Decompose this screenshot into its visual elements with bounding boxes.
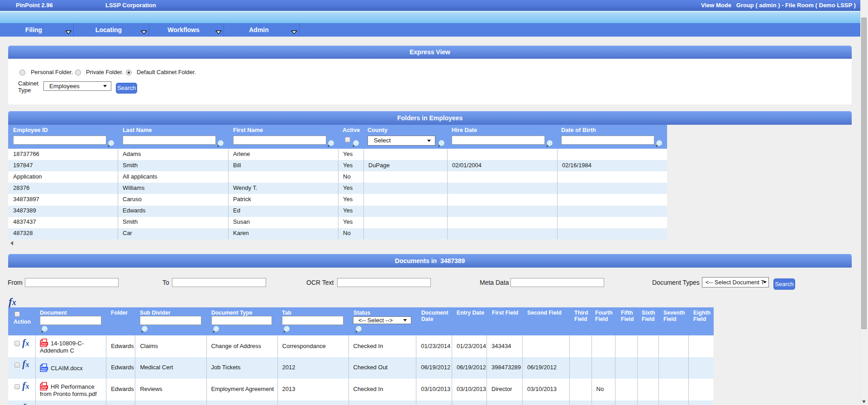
svg-text:PDF: PDF (42, 343, 47, 345)
svg-text:DOC: DOC (42, 367, 48, 370)
svg-text:PDF: PDF (42, 386, 47, 388)
